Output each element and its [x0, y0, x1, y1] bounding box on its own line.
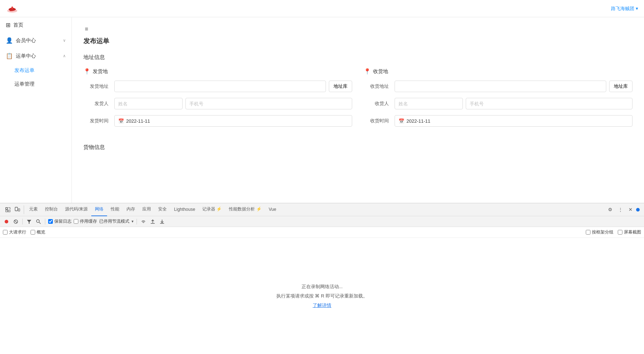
preserve-log-label[interactable]: 保留日志: [48, 218, 72, 224]
devtools-panel: 元素 控制台 源代码/来源 网络 性能 内存 应用 安全 Lighthouse …: [0, 203, 644, 354]
devtools-device-icon[interactable]: [13, 205, 22, 214]
sender-address-input[interactable]: [114, 81, 326, 92]
svg-rect-3: [6, 208, 8, 209]
group-by-frame-label[interactable]: 按框架分组: [586, 229, 613, 235]
sidebar-item-manage-label: 运单管理: [14, 81, 34, 87]
receiver-label-text: 收货地: [373, 68, 388, 75]
disable-cache-checkbox[interactable]: [74, 219, 78, 224]
content-inner: ≡ 发布运单 地址信息 📍 发货地 发货地址: [72, 17, 644, 203]
sender-addr-btn[interactable]: 地址库: [329, 81, 352, 92]
tab-performance-insights[interactable]: 性能数据分析 ⚡: [225, 203, 265, 216]
screenshot-label[interactable]: 屏幕截图: [618, 229, 641, 235]
user-label: 路飞海贼团: [611, 5, 634, 12]
clear-btn[interactable]: [12, 218, 19, 225]
devtools-content-area: 正在录制网络活动... 执行某项请求或按 ⌘ R 即可记录重新加载。 了解详情: [0, 238, 644, 354]
receiver-time-label: 收货时间: [364, 118, 389, 124]
sidebar-item-publish[interactable]: 发布运单: [0, 64, 72, 77]
receiver-date-picker[interactable]: 📅 2022-11-11: [395, 115, 632, 127]
sender-phone-input[interactable]: [185, 98, 352, 109]
group-by-frame-checkbox[interactable]: [586, 230, 590, 235]
tab-application-label: 应用: [142, 206, 151, 212]
learn-more-link[interactable]: 了解详情: [313, 302, 331, 309]
svg-line-11: [39, 222, 41, 224]
menu-toggle[interactable]: ≡: [83, 26, 632, 32]
upload-icon[interactable]: [149, 218, 156, 225]
overview-label[interactable]: 概览: [31, 229, 45, 235]
devtools-filter-row: 大请求行 概览 按框架分组 屏幕截图: [0, 227, 644, 238]
devtools-more-btn[interactable]: ⋮: [616, 205, 625, 214]
tab-network[interactable]: 网络: [91, 203, 107, 216]
devtools-close-btn[interactable]: ✕: [626, 205, 635, 214]
big-request-text: 大请求行: [9, 229, 26, 235]
sender-date-value: 2022-11-11: [126, 118, 150, 124]
tab-recorder[interactable]: 记录器 ⚡: [199, 203, 225, 216]
tab-sources-label: 源代码/来源: [65, 206, 88, 212]
sender-person-label: 发货人: [83, 100, 109, 107]
sidebar-item-logistics-label: 运单中心: [16, 53, 36, 59]
sidebar-item-member-label: 会员中心: [16, 37, 36, 44]
sidebar-item-manage[interactable]: 运单管理: [0, 77, 72, 91]
tab-lighthouse[interactable]: Lighthouse: [170, 203, 199, 216]
logistics-icon: 📋: [6, 53, 13, 59]
tab-vue-label: Vue: [269, 207, 276, 212]
devtools-inspect-icon[interactable]: [4, 205, 12, 214]
user-arrow-icon: ▾: [636, 6, 638, 11]
big-request-label[interactable]: 大请求行: [3, 229, 26, 235]
tab-vue[interactable]: Vue: [265, 203, 280, 216]
preserve-log-text: 保留日志: [54, 218, 72, 224]
sender-time-row: 发货时间 📅 2022-11-11: [83, 115, 352, 127]
sender-label: 📍 发货地: [83, 68, 352, 75]
sidebar-item-logistics[interactable]: 📋 运单中心 ∧: [0, 48, 72, 64]
tab-application[interactable]: 应用: [139, 203, 155, 216]
big-request-checkbox[interactable]: [3, 230, 8, 235]
home-icon: ⊞: [6, 22, 10, 28]
screenshot-checkbox[interactable]: [618, 230, 622, 235]
record-stop-btn[interactable]: [3, 218, 10, 225]
tab-security[interactable]: 安全: [155, 203, 170, 216]
address-section-title: 地址信息: [83, 54, 632, 61]
sidebar-item-publish-label: 发布运单: [14, 67, 34, 73]
sender-date-picker[interactable]: 📅 2022-11-11: [114, 115, 352, 127]
receiver-address-row: 收货地址 地址库: [364, 81, 632, 92]
top-bar: 路飞海贼团 ▾: [0, 0, 644, 17]
wifi-icon[interactable]: [140, 218, 147, 225]
receiver-name-input[interactable]: [395, 98, 463, 109]
user-menu[interactable]: 路飞海贼团 ▾: [611, 5, 638, 12]
receiver-phone-input[interactable]: [466, 98, 632, 109]
preserve-log-checkbox[interactable]: [48, 219, 53, 224]
receiver-addr-btn[interactable]: 地址库: [609, 81, 632, 92]
tab-memory[interactable]: 内存: [123, 203, 139, 216]
member-arrow-icon: ∨: [63, 38, 66, 43]
receiver-address-input[interactable]: [395, 81, 606, 92]
address-grid: 📍 发货地 发货地址 地址库 发货人: [83, 68, 632, 132]
tab-console[interactable]: 控制台: [41, 203, 61, 216]
tab-sources[interactable]: 源代码/来源: [61, 203, 91, 216]
group-by-frame-text: 按框架分组: [592, 229, 613, 235]
main-content: ≡ 发布运单 地址信息 📍 发货地 发货地址: [72, 17, 644, 203]
download-icon[interactable]: [158, 218, 166, 225]
tab-recorder-label: 记录器 ⚡: [202, 206, 222, 212]
devtools-notification-dot: [636, 208, 640, 212]
throttle-select[interactable]: 已停用节流模式: [99, 218, 129, 224]
tab-elements[interactable]: 元素: [26, 203, 41, 216]
devtools-side-icons: [1, 205, 24, 214]
tab-performance[interactable]: 性能: [107, 203, 123, 216]
sidebar: ⊞ 首页 👤 会员中心 ∨ 📋 运单中心 ∧ 发布运单 运单管理: [0, 17, 72, 203]
recv-pin-icon: 📍: [364, 68, 371, 75]
send-pin-icon: 📍: [83, 68, 91, 75]
sidebar-item-home[interactable]: ⊞ 首页: [0, 17, 72, 33]
throttle-arrow[interactable]: ▾: [132, 219, 134, 224]
cargo-section: 货物信息: [83, 144, 632, 151]
logo: [6, 2, 19, 15]
recv-calendar-icon: 📅: [399, 118, 404, 124]
devtools-settings-btn[interactable]: ⚙: [606, 205, 615, 214]
svg-point-10: [37, 219, 40, 222]
sidebar-item-member[interactable]: 👤 会员中心 ∨: [0, 33, 72, 48]
filter-btn[interactable]: [26, 218, 33, 225]
disable-cache-label[interactable]: 停用缓存: [74, 218, 97, 224]
screenshot-text: 屏幕截图: [624, 229, 641, 235]
search-btn[interactable]: [35, 218, 42, 225]
hamburger-icon: ≡: [83, 24, 89, 33]
sender-name-input[interactable]: [114, 98, 183, 109]
overview-checkbox[interactable]: [31, 230, 35, 235]
